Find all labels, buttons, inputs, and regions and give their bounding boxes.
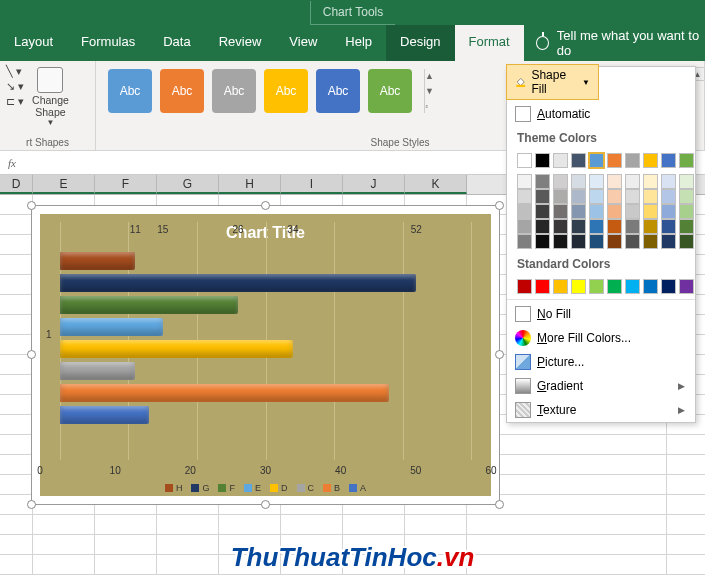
legend-item-C[interactable]: C — [297, 483, 315, 493]
color-swatch[interactable] — [625, 279, 640, 294]
col-header-K[interactable]: K — [405, 175, 467, 194]
color-swatch[interactable] — [517, 174, 532, 189]
arrow-tool-icon[interactable]: ↘ ▾ — [6, 80, 24, 93]
shape-style-1[interactable]: Abc — [160, 69, 204, 113]
color-swatch[interactable] — [643, 234, 658, 249]
color-swatch[interactable] — [661, 279, 676, 294]
tab-help[interactable]: Help — [331, 25, 386, 61]
color-swatch[interactable] — [679, 204, 694, 219]
change-shape-button[interactable]: Change Shape ▼ — [28, 65, 73, 129]
color-swatch[interactable] — [553, 174, 568, 189]
color-swatch[interactable] — [607, 174, 622, 189]
color-swatch[interactable] — [661, 174, 676, 189]
color-swatch[interactable] — [607, 153, 622, 168]
chart-bar-B[interactable] — [60, 384, 389, 402]
color-swatch[interactable] — [643, 153, 658, 168]
legend-item-H[interactable]: H — [165, 483, 183, 493]
resize-handle-n[interactable] — [261, 201, 270, 210]
col-header-F[interactable]: F — [95, 175, 157, 194]
tell-me-search[interactable]: Tell me what you want to do — [524, 25, 705, 61]
color-swatch[interactable] — [679, 279, 694, 294]
color-swatch[interactable] — [571, 219, 586, 234]
col-header-I[interactable]: I — [281, 175, 343, 194]
color-swatch[interactable] — [553, 219, 568, 234]
color-swatch[interactable] — [571, 174, 586, 189]
chart-bar-E[interactable] — [60, 318, 163, 336]
color-swatch[interactable] — [625, 234, 640, 249]
tab-format[interactable]: Format — [455, 25, 524, 61]
chart-plot-area[interactable]: Chart Title 13415265211 HGFEDCBA 0102030… — [40, 214, 491, 496]
color-swatch[interactable] — [553, 279, 568, 294]
color-swatch[interactable] — [589, 234, 604, 249]
chart-legend[interactable]: HGFEDCBA — [40, 483, 491, 493]
tab-review[interactable]: Review — [205, 25, 276, 61]
resize-handle-ne[interactable] — [495, 201, 504, 210]
line-tool-icon[interactable]: ╲ ▾ — [6, 65, 24, 78]
col-header-H[interactable]: H — [219, 175, 281, 194]
chart-bar-C[interactable] — [60, 362, 135, 380]
color-swatch[interactable] — [571, 279, 586, 294]
color-swatch[interactable] — [535, 234, 550, 249]
color-swatch[interactable] — [625, 189, 640, 204]
shape-style-4[interactable]: Abc — [316, 69, 360, 113]
color-swatch[interactable] — [535, 174, 550, 189]
fill-automatic[interactable]: AAutomaticutomatic — [507, 102, 695, 126]
color-swatch[interactable] — [571, 189, 586, 204]
fill-more-colors[interactable]: More Fill Colors... — [507, 326, 695, 350]
shape-style-2[interactable]: Abc — [212, 69, 256, 113]
color-swatch[interactable] — [607, 204, 622, 219]
color-swatch[interactable] — [535, 153, 550, 168]
color-swatch[interactable] — [553, 153, 568, 168]
chart-bar-F[interactable] — [60, 296, 238, 314]
chart-bar-H[interactable] — [60, 252, 135, 270]
col-header-D[interactable]: D — [0, 175, 33, 194]
color-swatch[interactable] — [661, 153, 676, 168]
color-swatch[interactable] — [661, 189, 676, 204]
tab-data[interactable]: Data — [149, 25, 204, 61]
tab-view[interactable]: View — [275, 25, 331, 61]
color-swatch[interactable] — [679, 189, 694, 204]
color-swatch[interactable] — [571, 153, 586, 168]
color-swatch[interactable] — [607, 234, 622, 249]
shape-styles-more[interactable]: ▲▼꞊ — [424, 69, 440, 113]
color-swatch[interactable] — [643, 204, 658, 219]
color-swatch[interactable] — [607, 219, 622, 234]
color-swatch[interactable] — [607, 189, 622, 204]
col-header-G[interactable]: G — [157, 175, 219, 194]
color-swatch[interactable] — [589, 279, 604, 294]
color-swatch[interactable] — [517, 234, 532, 249]
color-swatch[interactable] — [535, 204, 550, 219]
resize-handle-se[interactable] — [495, 500, 504, 509]
color-swatch[interactable] — [571, 234, 586, 249]
color-swatch[interactable] — [589, 219, 604, 234]
legend-item-D[interactable]: D — [270, 483, 288, 493]
shape-style-0[interactable]: Abc — [108, 69, 152, 113]
legend-item-B[interactable]: B — [323, 483, 340, 493]
chart-bar-D[interactable] — [60, 340, 293, 358]
color-swatch[interactable] — [517, 204, 532, 219]
color-swatch[interactable] — [625, 153, 640, 168]
resize-handle-sw[interactable] — [27, 500, 36, 509]
color-swatch[interactable] — [679, 174, 694, 189]
color-swatch[interactable] — [661, 234, 676, 249]
color-swatch[interactable] — [589, 204, 604, 219]
color-swatch[interactable] — [679, 234, 694, 249]
color-swatch[interactable] — [571, 204, 586, 219]
color-swatch[interactable] — [661, 204, 676, 219]
color-swatch[interactable] — [625, 219, 640, 234]
tab-formulas[interactable]: Formulas — [67, 25, 149, 61]
color-swatch[interactable] — [607, 279, 622, 294]
legend-item-G[interactable]: G — [191, 483, 209, 493]
color-swatch[interactable] — [517, 153, 532, 168]
color-swatch[interactable] — [643, 174, 658, 189]
color-swatch[interactable] — [589, 189, 604, 204]
color-swatch[interactable] — [553, 204, 568, 219]
tab-layout[interactable]: Layout — [0, 25, 67, 61]
color-swatch[interactable] — [625, 204, 640, 219]
color-swatch[interactable] — [553, 234, 568, 249]
color-swatch[interactable] — [589, 174, 604, 189]
color-swatch[interactable] — [643, 219, 658, 234]
color-swatch[interactable] — [535, 219, 550, 234]
col-header-E[interactable]: E — [33, 175, 95, 194]
resize-handle-w[interactable] — [27, 350, 36, 359]
